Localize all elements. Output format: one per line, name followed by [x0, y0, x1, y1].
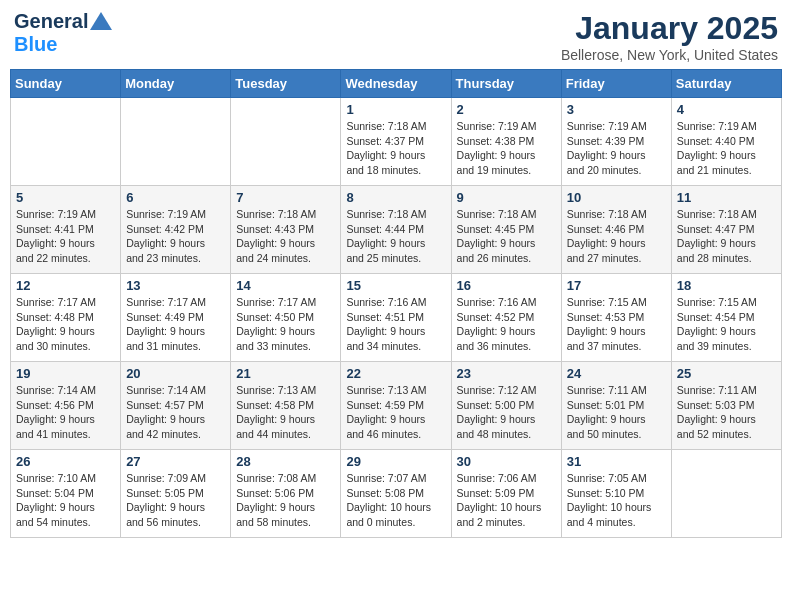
day-info: Sunrise: 7:17 AM Sunset: 4:48 PM Dayligh…	[16, 295, 115, 354]
day-number: 3	[567, 102, 666, 117]
calendar-cell	[11, 98, 121, 186]
day-number: 6	[126, 190, 225, 205]
calendar-cell	[231, 98, 341, 186]
calendar-cell: 7Sunrise: 7:18 AM Sunset: 4:43 PM Daylig…	[231, 186, 341, 274]
calendar-cell: 11Sunrise: 7:18 AM Sunset: 4:47 PM Dayli…	[671, 186, 781, 274]
calendar-cell: 1Sunrise: 7:18 AM Sunset: 4:37 PM Daylig…	[341, 98, 451, 186]
day-number: 28	[236, 454, 335, 469]
day-info: Sunrise: 7:16 AM Sunset: 4:51 PM Dayligh…	[346, 295, 445, 354]
day-number: 9	[457, 190, 556, 205]
calendar-cell: 12Sunrise: 7:17 AM Sunset: 4:48 PM Dayli…	[11, 274, 121, 362]
day-number: 14	[236, 278, 335, 293]
day-info: Sunrise: 7:13 AM Sunset: 4:59 PM Dayligh…	[346, 383, 445, 442]
day-number: 29	[346, 454, 445, 469]
day-number: 4	[677, 102, 776, 117]
day-info: Sunrise: 7:07 AM Sunset: 5:08 PM Dayligh…	[346, 471, 445, 530]
calendar-cell: 22Sunrise: 7:13 AM Sunset: 4:59 PM Dayli…	[341, 362, 451, 450]
weekday-header-row: SundayMondayTuesdayWednesdayThursdayFrid…	[11, 70, 782, 98]
logo-general: General	[14, 10, 88, 33]
weekday-header-monday: Monday	[121, 70, 231, 98]
day-number: 15	[346, 278, 445, 293]
day-info: Sunrise: 7:18 AM Sunset: 4:46 PM Dayligh…	[567, 207, 666, 266]
svg-marker-0	[90, 12, 112, 30]
day-number: 16	[457, 278, 556, 293]
week-row-3: 12Sunrise: 7:17 AM Sunset: 4:48 PM Dayli…	[11, 274, 782, 362]
month-title: January 2025	[561, 10, 778, 47]
day-info: Sunrise: 7:19 AM Sunset: 4:41 PM Dayligh…	[16, 207, 115, 266]
calendar-cell: 2Sunrise: 7:19 AM Sunset: 4:38 PM Daylig…	[451, 98, 561, 186]
calendar-cell: 9Sunrise: 7:18 AM Sunset: 4:45 PM Daylig…	[451, 186, 561, 274]
day-number: 5	[16, 190, 115, 205]
calendar-cell: 28Sunrise: 7:08 AM Sunset: 5:06 PM Dayli…	[231, 450, 341, 538]
day-info: Sunrise: 7:18 AM Sunset: 4:45 PM Dayligh…	[457, 207, 556, 266]
weekday-header-saturday: Saturday	[671, 70, 781, 98]
week-row-1: 1Sunrise: 7:18 AM Sunset: 4:37 PM Daylig…	[11, 98, 782, 186]
calendar-cell: 14Sunrise: 7:17 AM Sunset: 4:50 PM Dayli…	[231, 274, 341, 362]
calendar-cell: 6Sunrise: 7:19 AM Sunset: 4:42 PM Daylig…	[121, 186, 231, 274]
day-number: 25	[677, 366, 776, 381]
calendar-cell: 17Sunrise: 7:15 AM Sunset: 4:53 PM Dayli…	[561, 274, 671, 362]
calendar-cell: 27Sunrise: 7:09 AM Sunset: 5:05 PM Dayli…	[121, 450, 231, 538]
day-number: 10	[567, 190, 666, 205]
calendar-cell: 13Sunrise: 7:17 AM Sunset: 4:49 PM Dayli…	[121, 274, 231, 362]
day-info: Sunrise: 7:05 AM Sunset: 5:10 PM Dayligh…	[567, 471, 666, 530]
day-info: Sunrise: 7:17 AM Sunset: 4:49 PM Dayligh…	[126, 295, 225, 354]
week-row-4: 19Sunrise: 7:14 AM Sunset: 4:56 PM Dayli…	[11, 362, 782, 450]
day-info: Sunrise: 7:15 AM Sunset: 4:53 PM Dayligh…	[567, 295, 666, 354]
calendar-cell: 5Sunrise: 7:19 AM Sunset: 4:41 PM Daylig…	[11, 186, 121, 274]
day-number: 20	[126, 366, 225, 381]
day-info: Sunrise: 7:17 AM Sunset: 4:50 PM Dayligh…	[236, 295, 335, 354]
calendar-cell: 25Sunrise: 7:11 AM Sunset: 5:03 PM Dayli…	[671, 362, 781, 450]
day-info: Sunrise: 7:14 AM Sunset: 4:57 PM Dayligh…	[126, 383, 225, 442]
calendar-cell: 24Sunrise: 7:11 AM Sunset: 5:01 PM Dayli…	[561, 362, 671, 450]
day-info: Sunrise: 7:06 AM Sunset: 5:09 PM Dayligh…	[457, 471, 556, 530]
calendar-cell: 31Sunrise: 7:05 AM Sunset: 5:10 PM Dayli…	[561, 450, 671, 538]
day-info: Sunrise: 7:18 AM Sunset: 4:43 PM Dayligh…	[236, 207, 335, 266]
day-number: 18	[677, 278, 776, 293]
calendar-cell: 15Sunrise: 7:16 AM Sunset: 4:51 PM Dayli…	[341, 274, 451, 362]
day-info: Sunrise: 7:18 AM Sunset: 4:37 PM Dayligh…	[346, 119, 445, 178]
day-info: Sunrise: 7:19 AM Sunset: 4:42 PM Dayligh…	[126, 207, 225, 266]
calendar-cell: 26Sunrise: 7:10 AM Sunset: 5:04 PM Dayli…	[11, 450, 121, 538]
day-info: Sunrise: 7:11 AM Sunset: 5:03 PM Dayligh…	[677, 383, 776, 442]
logo-icon	[90, 12, 112, 30]
day-info: Sunrise: 7:19 AM Sunset: 4:39 PM Dayligh…	[567, 119, 666, 178]
day-number: 7	[236, 190, 335, 205]
day-number: 21	[236, 366, 335, 381]
day-number: 1	[346, 102, 445, 117]
calendar-cell: 29Sunrise: 7:07 AM Sunset: 5:08 PM Dayli…	[341, 450, 451, 538]
day-info: Sunrise: 7:19 AM Sunset: 4:40 PM Dayligh…	[677, 119, 776, 178]
day-number: 2	[457, 102, 556, 117]
page-header: General Blue January 2025 Bellerose, New…	[10, 10, 782, 63]
day-info: Sunrise: 7:18 AM Sunset: 4:44 PM Dayligh…	[346, 207, 445, 266]
calendar-cell: 10Sunrise: 7:18 AM Sunset: 4:46 PM Dayli…	[561, 186, 671, 274]
calendar-table: SundayMondayTuesdayWednesdayThursdayFrid…	[10, 69, 782, 538]
calendar-cell: 20Sunrise: 7:14 AM Sunset: 4:57 PM Dayli…	[121, 362, 231, 450]
day-number: 22	[346, 366, 445, 381]
day-number: 30	[457, 454, 556, 469]
calendar-cell	[671, 450, 781, 538]
day-info: Sunrise: 7:19 AM Sunset: 4:38 PM Dayligh…	[457, 119, 556, 178]
day-info: Sunrise: 7:11 AM Sunset: 5:01 PM Dayligh…	[567, 383, 666, 442]
day-number: 23	[457, 366, 556, 381]
day-info: Sunrise: 7:14 AM Sunset: 4:56 PM Dayligh…	[16, 383, 115, 442]
calendar-cell: 8Sunrise: 7:18 AM Sunset: 4:44 PM Daylig…	[341, 186, 451, 274]
day-number: 27	[126, 454, 225, 469]
weekday-header-wednesday: Wednesday	[341, 70, 451, 98]
calendar-cell: 4Sunrise: 7:19 AM Sunset: 4:40 PM Daylig…	[671, 98, 781, 186]
day-info: Sunrise: 7:13 AM Sunset: 4:58 PM Dayligh…	[236, 383, 335, 442]
day-info: Sunrise: 7:12 AM Sunset: 5:00 PM Dayligh…	[457, 383, 556, 442]
day-number: 17	[567, 278, 666, 293]
day-number: 26	[16, 454, 115, 469]
week-row-2: 5Sunrise: 7:19 AM Sunset: 4:41 PM Daylig…	[11, 186, 782, 274]
calendar-cell: 21Sunrise: 7:13 AM Sunset: 4:58 PM Dayli…	[231, 362, 341, 450]
logo: General Blue	[14, 10, 112, 56]
calendar-cell: 30Sunrise: 7:06 AM Sunset: 5:09 PM Dayli…	[451, 450, 561, 538]
day-number: 12	[16, 278, 115, 293]
calendar-cell	[121, 98, 231, 186]
day-number: 11	[677, 190, 776, 205]
weekday-header-tuesday: Tuesday	[231, 70, 341, 98]
day-info: Sunrise: 7:16 AM Sunset: 4:52 PM Dayligh…	[457, 295, 556, 354]
calendar-cell: 18Sunrise: 7:15 AM Sunset: 4:54 PM Dayli…	[671, 274, 781, 362]
calendar-cell: 23Sunrise: 7:12 AM Sunset: 5:00 PM Dayli…	[451, 362, 561, 450]
